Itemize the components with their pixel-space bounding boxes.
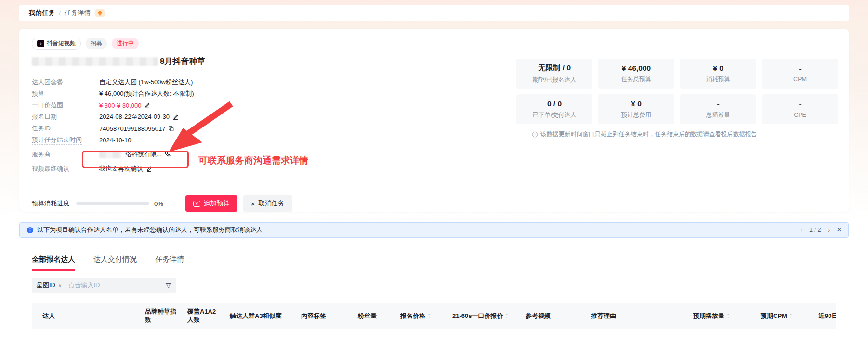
page: 我的任务 / 任务详情 ♪ 抖音短视频 招募 进行中 8月抖音种草 达人团套餐 … [0,0,868,342]
progress-percent: 0% [154,200,163,207]
annotation-text: 可联系服务商沟通需求详情 [198,154,308,167]
edit-price-range-icon[interactable] [144,102,150,109]
stat-total-plays: -总播放量 [680,94,756,124]
col-fixed-price-21-60s[interactable]: 21-60s一口价报价 [447,312,521,320]
tab-delivery-status[interactable]: 达人交付情况 [93,255,137,271]
detail-row-end-time: 预计任务结束时间 2024-10-10 [32,134,330,146]
progress-bar [76,202,149,205]
sort-icon [789,314,792,318]
filter-row: 星图ID ∨ 点击输入ID [32,278,836,293]
phone-icon[interactable] [165,151,171,158]
progress-row: 预算消耗进度 0% ¥ 追加预算 × 取消任务 [32,195,292,212]
col-reference-video: 参考视频 [521,312,586,320]
detail-row-package: 达人团套餐 自定义达人团 (1w-500w粉丝达人) [32,76,330,88]
title-redacted-block [32,57,158,66]
table-header: 达人 品牌种草指数 覆盖A1A2人数 触达人群A3相似度 内容标签 粉丝量 报名… [32,303,836,329]
sort-icon [505,314,508,318]
info-icon [26,227,34,234]
edit-video-confirm-icon[interactable] [146,166,152,172]
id-filter-group: 星图ID ∨ 点击输入ID [32,278,176,293]
cancel-task-button[interactable]: × 取消任务 [243,195,292,212]
stat-cpe: -CPE [762,94,838,124]
chevron-down-icon: ∨ [58,283,62,288]
info-circle-icon [532,131,538,138]
stat-estimated-cost: ¥ 0预计总费用 [598,94,674,124]
detail-row-signup-dates: 报名日期 2024-08-22至2024-09-30 [32,111,330,123]
stat-ordered-delivered: 0 / 0已下单/交付达人 [516,94,592,124]
hint-bulb-icon[interactable] [95,9,105,17]
stat-consumed-budget: ¥ 0消耗预算 [680,59,756,89]
stat-cpm: -CPM [762,59,838,89]
col-expected-plays[interactable]: 预期播放量 [688,312,756,320]
douyin-icon: ♪ [37,40,44,47]
page-next-icon[interactable]: › [828,226,830,234]
stat-total-budget: ¥ 46,000任务总预算 [598,59,674,89]
breadcrumb-separator: / [59,10,61,17]
id-search-input[interactable]: 点击输入ID [68,281,165,290]
yen-card-icon: ¥ [193,201,200,207]
copy-task-id-icon[interactable] [168,126,174,132]
col-content-tags: 内容标签 [296,312,353,320]
col-followers: 粉丝量 [353,312,395,320]
talent-list-card: 全部报名达人 达人交付情况 任务详情 星图ID ∨ 点击输入ID 达人 品牌种草… [19,245,849,342]
breadcrumb-task-detail: 任务详情 [65,9,91,17]
breadcrumb-my-tasks[interactable]: 我的任务 [29,9,55,17]
col-a3-similarity: 触达人群A3相似度 [225,312,296,320]
status-badge: 进行中 [112,38,139,49]
stat-expected-signed: 无限制 / 0期望/已报名达人 [516,59,592,89]
tab-bar: 全部报名达人 达人交付情况 任务详情 [32,255,836,271]
tab-all-signups[interactable]: 全部报名达人 [32,255,75,271]
col-brand-index: 品牌种草指数 [140,307,183,324]
add-budget-button[interactable]: ¥ 追加预算 [185,195,237,212]
task-card: ♪ 抖音短视频 招募 进行中 8月抖音种草 达人团套餐 自定义达人团 (1w-5… [19,29,849,212]
info-banner: 以下为项目确认合作达人名单，若有未经您确认的达人，可联系服务商取消该达人 ‹ 1… [19,222,849,238]
col-90day-video: 近90日视频播 [814,312,836,320]
col-signup-price[interactable]: 报名价格 [395,312,447,320]
banner-close-icon[interactable]: × [837,225,842,235]
stats-note: 该数据更新时间窗口只截止到任务结束时，任务结束后的数据请查看投后数据报告 [516,130,844,139]
id-type-select[interactable]: 星图ID ∨ [37,281,62,290]
tab-task-detail[interactable]: 任务详情 [155,255,184,271]
close-icon: × [251,200,255,207]
platform-tag: ♪ 抖音短视频 [32,38,81,50]
info-banner-text: 以下为项目确认合作达人名单，若有未经您确认的达人，可联系服务商取消该达人 [37,226,263,234]
sort-icon [428,314,431,318]
service-provider-redacted-block [99,151,121,158]
col-a1a2-coverage: 覆盖A1A2人数 [183,307,225,324]
page-prev-icon[interactable]: ‹ [800,226,802,234]
recruit-tag: 招募 [86,38,107,49]
page-title: 8月抖音种草 [160,56,205,67]
filter-funnel-icon[interactable] [165,282,171,289]
page-indicator: 1 / 2 [809,227,821,233]
task-tags: ♪ 抖音短视频 招募 进行中 [32,38,836,50]
detail-row-task-id: 任务ID 7405870199188095017 [32,123,330,134]
sort-icon [727,314,730,318]
col-expected-cpm[interactable]: 预期CPM [756,312,814,320]
stats-panel: 无限制 / 0期望/已报名达人 ¥ 46,000任务总预算 ¥ 0消耗预算 -C… [516,59,844,139]
detail-row-budget: 预算 ¥ 46,000(预计合作达人数: 不限制) [32,88,330,100]
progress-label: 预算消耗进度 [32,199,69,208]
detail-row-price-range: 一口价范围 ¥ 300-¥ 30,000 [32,100,330,111]
col-recommend-reason: 推荐理由 [586,312,688,320]
breadcrumb: 我的任务 / 任务详情 [19,5,849,21]
edit-dates-icon[interactable] [172,114,179,120]
col-talent: 达人 [32,312,140,320]
